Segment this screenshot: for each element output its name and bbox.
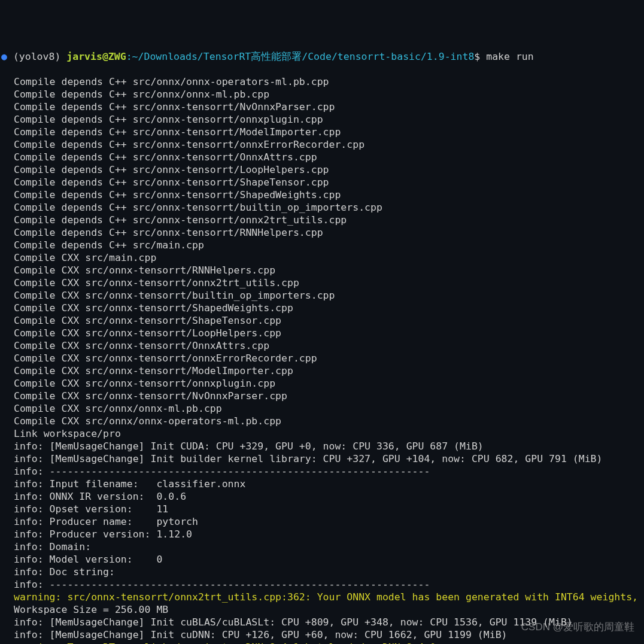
terminal-output-line: Compile CXX src/onnx-tensorrt/LoopHelper… bbox=[1, 327, 644, 339]
terminal-output-line: info: [MemUsageChange] Init CUDA: CPU +3… bbox=[1, 440, 644, 452]
terminal-output-line: Workspace Size = 256.00 MB bbox=[1, 603, 644, 616]
terminal-output-line: Compile CXX src/onnx-tensorrt/onnx2trt_u… bbox=[1, 277, 644, 289]
terminal-output-line: Compile CXX src/onnx-tensorrt/RNNHelpers… bbox=[1, 264, 644, 277]
terminal-output-line: Compile CXX src/onnx-tensorrt/OnnxAttrs.… bbox=[1, 339, 644, 352]
terminal-output-line: Compile depends C++ src/onnx-tensorrt/Sh… bbox=[1, 189, 644, 201]
terminal-output[interactable]: Compile depends C++ src/onnx/onnx-operat… bbox=[1, 75, 644, 644]
watermark: CSDN @爱听歌的周童鞋 bbox=[521, 621, 634, 633]
terminal-output-line: Compile depends C++ src/main.cpp bbox=[1, 239, 644, 251]
prompt-userhost: jarvis@ZWG bbox=[66, 51, 126, 62]
terminal-output-line: info: ----------------------------------… bbox=[1, 578, 644, 591]
terminal-output-line: Compile CXX src/onnx-tensorrt/NvOnnxPars… bbox=[1, 390, 644, 402]
prompt-colon: : bbox=[126, 51, 132, 62]
terminal-output-line: Compile depends C++ src/onnx/onnx-ml.pb.… bbox=[1, 88, 644, 101]
terminal-output-line: info: Domain: bbox=[1, 540, 644, 553]
terminal-output-line: Compile depends C++ src/onnx-tensorrt/bu… bbox=[1, 201, 644, 214]
terminal-output-line: Compile depends C++ src/onnx-tensorrt/RN… bbox=[1, 226, 644, 239]
terminal-output-line: Compile depends C++ src/onnx-tensorrt/Nv… bbox=[1, 101, 644, 113]
terminal-output-line: Compile CXX src/onnx-tensorrt/onnxplugin… bbox=[1, 377, 644, 390]
terminal-output-line: Compile depends C++ src/onnx-tensorrt/on… bbox=[1, 214, 644, 226]
terminal-warning-line: warning: src/onnx-tensorrt/onnx2trt_util… bbox=[1, 591, 644, 603]
terminal-output-line: Compile depends C++ src/onnx-tensorrt/on… bbox=[1, 138, 644, 151]
terminal-output-line: Compile depends C++ src/onnx-tensorrt/On… bbox=[1, 151, 644, 163]
prompt-path: ~/Downloads/TensorRT高性能部署/Code/tensorrt-… bbox=[132, 51, 475, 62]
terminal-output-line: Compile CXX src/main.cpp bbox=[1, 251, 644, 264]
terminal-output-line: info: Model version: 0 bbox=[1, 553, 644, 566]
prompt-env: (yolov8) bbox=[13, 51, 60, 62]
terminal-output-line: Compile CXX src/onnx-tensorrt/ShapeTenso… bbox=[1, 314, 644, 327]
terminal-warning-line: warning: TensorRT was linked against cuD… bbox=[1, 641, 644, 644]
terminal-output-line: info: Producer name: pytorch bbox=[1, 515, 644, 528]
terminal-output-line: info: Doc string: bbox=[1, 566, 644, 578]
terminal-output-line: Compile CXX src/onnx-tensorrt/ShapedWeig… bbox=[1, 302, 644, 314]
terminal-output-line: Compile CXX src/onnx/onnx-ml.pb.cpp bbox=[1, 402, 644, 415]
prompt-command[interactable]: make run bbox=[486, 51, 533, 62]
terminal-output-line: Compile CXX src/onnx-tensorrt/builtin_op… bbox=[1, 289, 644, 302]
terminal-output-line: Compile CXX src/onnx-tensorrt/ModelImpor… bbox=[1, 364, 644, 377]
terminal-output-line: Compile depends C++ src/onnx/onnx-operat… bbox=[1, 75, 644, 88]
terminal-output-line: Link workspace/pro bbox=[1, 427, 644, 440]
prompt-bullet-icon: ● bbox=[1, 51, 7, 62]
terminal-output-line: info: ----------------------------------… bbox=[1, 465, 644, 478]
terminal-output-line: info: [MemUsageChange] Init builder kern… bbox=[1, 452, 644, 465]
terminal-output-line: Compile depends C++ src/onnx-tensorrt/Sh… bbox=[1, 176, 644, 189]
terminal-output-line: Compile depends C++ src/onnx-tensorrt/Lo… bbox=[1, 163, 644, 176]
terminal-output-line: Compile CXX src/onnx/onnx-operators-ml.p… bbox=[1, 415, 644, 427]
prompt-line[interactable]: ● (yolov8) jarvis@ZWG:~/Downloads/Tensor… bbox=[1, 50, 644, 63]
terminal-output-line: info: Input filename: classifier.onnx bbox=[1, 478, 644, 490]
prompt-dollar: $ bbox=[474, 51, 480, 62]
terminal-output-line: Compile depends C++ src/onnx-tensorrt/Mo… bbox=[1, 126, 644, 138]
terminal-output-line: info: Producer version: 1.12.0 bbox=[1, 528, 644, 540]
terminal-output-line: Compile CXX src/onnx-tensorrt/onnxErrorR… bbox=[1, 352, 644, 364]
terminal-output-line: Compile depends C++ src/onnx-tensorrt/on… bbox=[1, 113, 644, 126]
terminal-output-line: info: Opset version: 11 bbox=[1, 503, 644, 515]
terminal-output-line: info: ONNX IR version: 0.0.6 bbox=[1, 490, 644, 503]
